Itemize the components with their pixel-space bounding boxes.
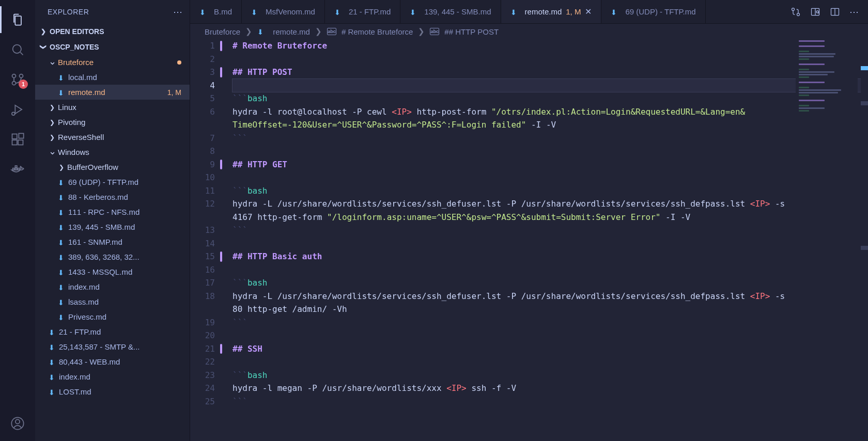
editor-tab[interactable]: ⬇139, 445 - SMB.md — [400, 0, 501, 23]
svg-rect-12 — [15, 166, 17, 168]
source-control-activity[interactable]: 1 — [0, 66, 35, 93]
file-label: 389, 636, 3268, 32... — [68, 253, 140, 261]
editor-tab[interactable]: ⬇69 (UDP) - TFTP.md — [601, 0, 705, 23]
file-item[interactable]: ⬇Privesc.md — [35, 309, 190, 324]
file-item[interactable]: ⬇index.md — [35, 369, 190, 384]
folder-label: ReverseShell — [58, 133, 104, 141]
file-item[interactable]: ⬇88 - Kerberos.md — [35, 190, 190, 204]
folder-item[interactable]: ❯Linux — [35, 100, 190, 115]
folder-item[interactable]: ❯Pivoting — [35, 115, 190, 130]
editor-tab[interactable]: ⬇remote.md1, M✕ — [501, 0, 602, 23]
code-line: ```bash — [233, 184, 868, 198]
file-item[interactable]: ⬇389, 636, 3268, 32... — [35, 249, 190, 264]
code-line — [233, 355, 868, 369]
file-item[interactable]: ⬇161 - SNMP.md — [35, 234, 190, 249]
code-line: hydra -L /usr/share/wordlists/services/s… — [233, 197, 868, 211]
file-item[interactable]: ⬇111 - RPC - NFS.md — [35, 204, 190, 219]
file-label: lsass.md — [68, 297, 99, 306]
file-label: 88 - Kerberos.md — [68, 193, 128, 201]
file-label: local.md — [68, 73, 97, 82]
more-actions-icon[interactable]: ⋯ — [849, 6, 859, 18]
file-item[interactable]: ⬇LOST.md — [35, 384, 190, 399]
svg-point-3 — [12, 74, 16, 78]
folder-item[interactable]: ⌄Bruteforce — [35, 55, 190, 70]
explorer-activity[interactable] — [0, 6, 35, 33]
file-item[interactable]: ⬇69 (UDP) - TFTP.md — [35, 175, 190, 190]
breadcrumb-folder[interactable]: Bruteforce — [205, 27, 240, 36]
debug-activity[interactable] — [0, 96, 35, 123]
file-item[interactable]: ⬇local.md — [35, 70, 190, 85]
scrollbar[interactable] — [861, 39, 868, 441]
folder-item[interactable]: ❯ReverseShell — [35, 130, 190, 145]
folder-label: Bruteforce — [58, 58, 94, 67]
symbol-string-icon: abc — [430, 28, 439, 35]
folder-item[interactable]: ⌄Windows — [35, 145, 190, 160]
code-line: hydra -l root@localhost -P cewl <IP> htt… — [233, 105, 868, 119]
file-label: 25,143,587 - SMTP &... — [59, 342, 140, 351]
breadcrumb-file[interactable]: remote.md — [273, 27, 310, 36]
markdown-file-icon: ⬇ — [58, 298, 64, 307]
accounts-activity[interactable] — [0, 410, 35, 437]
code-line: TimeOffset=-120&User=^USER^&Password=^PA… — [233, 118, 868, 132]
file-item[interactable]: ⬇remote.md1, M — [35, 85, 190, 100]
open-editors-section[interactable]: ❯ OPEN EDITORS — [35, 24, 190, 39]
file-item[interactable]: ⬇80,443 - WEB.md — [35, 354, 190, 369]
breadcrumb-h2[interactable]: ## HTTP POST — [444, 27, 499, 36]
svg-point-16 — [797, 13, 800, 15]
open-preview-icon[interactable] — [810, 7, 820, 17]
breadcrumbs[interactable]: Bruteforce ❯ ⬇ remote.md ❯ abc # Remote … — [190, 24, 868, 39]
search-activity[interactable] — [0, 36, 35, 63]
minimap[interactable] — [796, 39, 858, 441]
markdown-file-icon: ⬇ — [58, 313, 64, 322]
activity-bar: 1 — [0, 0, 35, 441]
code-line: ```bash — [233, 276, 868, 290]
editor-tab[interactable]: ⬇21 - FTP.md — [325, 0, 400, 23]
svg-rect-7 — [18, 140, 23, 145]
line-number: 8 — [190, 145, 215, 158]
code-line — [233, 329, 868, 342]
markdown-file-icon: ⬇ — [58, 239, 64, 247]
code-line: ## HTTP GET — [233, 158, 868, 171]
code-line: ``` — [233, 316, 868, 329]
open-editors-label: OPEN EDITORS — [50, 27, 104, 36]
sidebar-header: EXPLORER ⋯ — [35, 0, 190, 24]
svg-point-0 — [13, 45, 21, 53]
file-item[interactable]: ⬇index.md — [35, 279, 190, 294]
line-number: 1 — [190, 39, 215, 53]
breadcrumb-h1[interactable]: # Remote Bruteforce — [342, 27, 413, 36]
project-label: OSCP_NOTES — [50, 43, 99, 51]
sidebar-more-icon[interactable]: ⋯ — [173, 6, 183, 18]
source-control-badge: 1 — [19, 80, 28, 89]
file-item[interactable]: ⬇139, 445 - SMB.md — [35, 219, 190, 234]
docker-activity[interactable] — [0, 156, 35, 183]
file-item[interactable]: ⬇1433 - MSSQL.md — [35, 264, 190, 279]
markdown-file-icon: ⬇ — [257, 28, 264, 36]
svg-rect-8 — [19, 133, 23, 138]
compare-changes-icon[interactable] — [791, 7, 801, 17]
code-line: ``` — [233, 395, 868, 408]
folder-item[interactable]: ❯BufferOverflow — [35, 160, 190, 175]
markdown-file-icon: ⬇ — [49, 358, 55, 367]
editor-body[interactable]: 1234567891011121314151617181920212223242… — [190, 39, 868, 441]
file-label: remote.md — [68, 88, 105, 97]
file-label: 69 (UDP) - TFTP.md — [68, 178, 138, 186]
file-label: Privesc.md — [68, 312, 106, 321]
line-number: 19 — [190, 316, 215, 329]
line-number: 25 — [190, 395, 215, 408]
svg-point-4 — [12, 112, 15, 115]
editor-tab[interactable]: ⬇MsfVenom.md — [242, 0, 325, 23]
file-item[interactable]: ⬇21 - FTP.md — [35, 324, 190, 339]
file-item[interactable]: ⬇25,143,587 - SMTP &... — [35, 339, 190, 354]
project-section[interactable]: ❯ OSCP_NOTES — [35, 39, 190, 55]
code-line — [233, 79, 868, 92]
tab-status: 1, M — [566, 7, 581, 16]
split-editor-icon[interactable] — [830, 7, 840, 17]
file-item[interactable]: ⬇lsass.md — [35, 294, 190, 309]
code-content[interactable]: # Remote Bruteforce## HTTP POST```bashhy… — [223, 39, 868, 441]
code-line — [233, 171, 868, 184]
extensions-activity[interactable] — [0, 126, 35, 153]
code-line — [233, 237, 868, 250]
code-line: ``` — [233, 224, 868, 237]
editor-tab[interactable]: ⬇B.md — [190, 0, 242, 23]
close-icon[interactable]: ✕ — [585, 7, 592, 17]
